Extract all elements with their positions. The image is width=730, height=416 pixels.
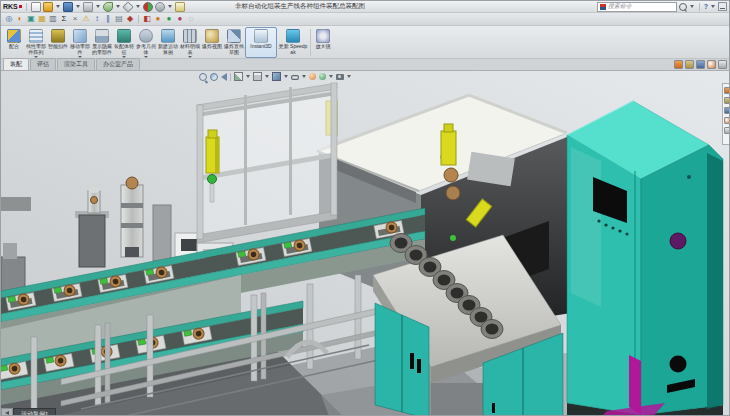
caret-icon[interactable] [246,75,250,78]
ribbon-explode-line-sketch-button[interactable]: 爆炸直线草图 [223,27,245,58]
search-area: 搜索命令 ? [597,2,727,12]
separator [230,73,231,81]
model-right-cabinet[interactable] [567,101,723,416]
custom-properties-icon[interactable] [718,60,727,69]
move-component-icon[interactable]: ↕ [92,14,102,24]
zoom-area-icon[interactable] [210,73,218,81]
move-component-icon [73,29,87,43]
motion-manager-icon[interactable]: ◧ [142,14,152,24]
file-explorer-icon[interactable] [724,107,730,114]
solidworks-resources-icon[interactable] [674,60,683,69]
undo-icon[interactable] [103,2,113,12]
ribbon-new-motion-study-button[interactable]: 新建运动算例 [157,27,179,58]
ribbon-smart-fasteners-button[interactable]: 智能扣件 [47,27,69,58]
edit-appearance-icon[interactable] [309,73,316,80]
search-icon[interactable] [679,3,687,11]
select-caret-icon[interactable] [136,5,140,8]
search-scope-icon[interactable] [600,4,606,10]
command-manager-ribbon: 配合 线性零部件阵列 智能扣件 移动零部件 显示隐藏的零部件 装配体特征 参考几… [1,26,729,59]
linear-component-pattern-icon[interactable]: ▥ [48,14,58,24]
instant3d-icon [254,29,268,43]
caret-icon[interactable] [329,75,333,78]
undo-caret-icon[interactable] [116,5,120,8]
ribbon-instant3d-button[interactable]: Instant3D [245,27,277,58]
collision-detection-icon[interactable]: ◆ [125,14,135,24]
solidworks-resources-icon[interactable] [724,87,730,94]
file-explorer-icon[interactable] [696,60,705,69]
model-safety-enclosure[interactable] [197,83,337,243]
previous-view-icon[interactable] [221,73,227,81]
tab-evaluate[interactable]: 评估 [30,58,56,70]
appearances-scenes-icon[interactable] [707,60,716,69]
open-icon[interactable] [43,2,53,12]
select-tool-icon[interactable] [122,1,133,12]
view-settings-icon[interactable] [336,74,344,80]
edit-appearance-icon[interactable]: ● [153,14,163,24]
smart-fasteners-icon[interactable]: ▦ [37,14,47,24]
tab-assembly[interactable]: 装配 [3,58,29,70]
search-input[interactable]: 搜索命令 [597,2,677,12]
screen-capture-icon[interactable]: ◌ [186,14,196,24]
open-caret-icon[interactable] [56,5,60,8]
section-view-icon[interactable] [234,72,243,81]
search-caret-icon[interactable] [690,5,694,8]
ribbon-bom-button[interactable]: 材料明细表 [179,27,201,58]
reference-geometry-icon [139,29,153,43]
apply-scene-icon[interactable]: ● [164,14,174,24]
display-style-icon[interactable] [272,72,281,81]
caret-icon[interactable] [284,75,288,78]
apply-scene-icon[interactable] [319,73,326,80]
new-document-icon[interactable] [31,2,41,12]
zoom-fit-icon[interactable] [199,73,207,81]
options-caret-icon[interactable] [168,5,172,8]
help-icon[interactable]: ? [704,3,708,10]
print-caret-icon[interactable] [96,5,100,8]
rebuild-icon[interactable]: ◐ [15,14,25,24]
hide-show-items-icon[interactable] [291,75,299,80]
rebuild-icon[interactable] [143,2,153,12]
print-icon[interactable] [83,2,93,12]
caret-icon[interactable] [347,75,351,78]
dropdown-caret-icon[interactable] [144,56,148,58]
appearances-scenes-icon[interactable] [724,127,730,134]
smart-fasteners-icon [51,29,65,43]
interference-check-icon[interactable]: × [70,14,80,24]
save-icon[interactable] [63,2,73,12]
save-caret-icon[interactable] [76,5,80,8]
ribbon-show-hidden-button[interactable]: 显示隐藏的零部件 [91,27,113,58]
render-icon[interactable]: ● [175,14,185,24]
equations-icon[interactable]: Σ [59,14,69,24]
help-caret-icon[interactable] [711,5,715,8]
ribbon-magnifier-button[interactable]: 放大镜 [312,27,334,58]
caret-icon[interactable] [302,75,306,78]
ribbon-assembly-features-button[interactable]: 装配体特征 [113,27,135,58]
file-properties-icon[interactable] [175,2,185,12]
ribbon-linear-pattern-button[interactable]: 线性零部件阵列 [25,27,47,58]
bill-of-materials-icon[interactable]: ▤ [114,14,124,24]
insert-component-icon[interactable]: ▣ [26,14,36,24]
caret-icon[interactable] [265,75,269,78]
select-icon[interactable]: ◎ [4,14,14,24]
assembly-toolbar: ◎ ◐ ▣ ▦ ▥ Σ × ⚠ ↕ ∥ ▤ ◆ ◧ ● ● ● ◌ [1,13,729,26]
assembly-features-icon[interactable]: ⚠ [81,14,91,24]
tab-render-tools[interactable]: 渲染工具 [57,58,95,70]
graphics-area[interactable]: 运动算例1 [1,71,730,416]
ribbon-exploded-view-button[interactable]: 爆炸视图 [201,27,223,58]
options-icon[interactable] [155,2,165,12]
design-library-icon[interactable] [724,97,730,104]
mate-icon[interactable]: ∥ [103,14,113,24]
motion-study-tab[interactable]: 运动算例1 [13,408,56,416]
tab-scroll-left-icon[interactable] [1,408,13,416]
minimize-button[interactable] [718,2,727,11]
ribbon-reference-geometry-button[interactable]: 参考几何体 [135,27,157,58]
ribbon-move-component-button[interactable]: 移动零部件 [69,27,91,58]
tab-office-products[interactable]: 办公室产品 [96,58,140,70]
view-orientation-icon[interactable] [253,72,262,81]
design-library-icon[interactable] [685,60,694,69]
ribbon-update-speedpak-button[interactable]: 更新 Speedpak [277,27,309,58]
dropdown-caret-icon[interactable] [188,56,192,58]
3d-viewport[interactable] [1,71,730,416]
ribbon-mate-button[interactable]: 配合 [3,27,25,58]
view-palette-icon[interactable] [724,117,730,124]
task-pane-tab[interactable] [722,83,730,145]
